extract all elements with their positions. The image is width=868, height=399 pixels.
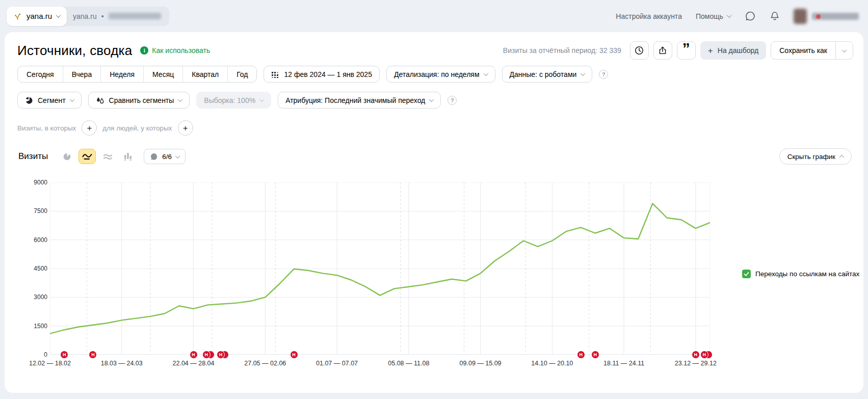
chart-type-line-button[interactable] — [78, 149, 96, 164]
date-range-button[interactable]: 12 фев 2024 — 1 янв 2025 — [264, 66, 379, 83]
note-marker[interactable]: Н — [577, 351, 585, 359]
detalization-dropdown[interactable]: Детализация: по неделям — [386, 66, 495, 83]
export-button[interactable] — [653, 41, 672, 60]
y-tick-label: 7500 — [34, 207, 47, 215]
compare-segments-dropdown[interactable]: Сравнить сегменты — [88, 92, 190, 109]
save-as-dropdown[interactable] — [835, 42, 853, 59]
help-question-icon[interactable] — [448, 96, 457, 105]
period-tab-5[interactable]: Год — [228, 66, 256, 82]
chevron-down-icon — [429, 97, 434, 102]
metric-label: Визиты — [18, 151, 48, 162]
chevron-down-icon — [483, 71, 488, 76]
redacted-username — [812, 13, 859, 20]
history-button[interactable] — [630, 41, 649, 60]
add-visit-condition-button[interactable] — [82, 120, 97, 136]
attribution-dropdown[interactable]: Атрибуция: Последний значимый переход — [278, 92, 441, 109]
visits-condition-label: Визиты, в которых — [17, 124, 76, 132]
add-to-dashboard-button[interactable]: На дашборд — [700, 41, 766, 60]
legend-item[interactable]: Переходы по ссылкам на сайтах — [742, 270, 859, 278]
note-marker[interactable]: Н — [89, 351, 97, 359]
hide-chart-button[interactable]: Скрыть график — [779, 148, 852, 165]
chevron-up-icon — [839, 154, 845, 159]
column-chart-icon — [123, 152, 133, 161]
data-robots-dropdown[interactable]: Данные: с роботами — [502, 66, 593, 83]
note-marker[interactable]: Н — [60, 351, 68, 359]
pie-segment-icon — [25, 96, 33, 104]
notifications-button[interactable] — [770, 11, 780, 22]
note-marker[interactable]: Н — [692, 351, 700, 359]
note-marker-letter: Н — [577, 351, 585, 359]
period-tab-1[interactable]: Вчера — [63, 66, 101, 82]
save-as-button[interactable]: Сохранить как — [771, 42, 835, 59]
user-menu[interactable] — [794, 9, 859, 24]
note-marker-letter: Н — [290, 351, 298, 359]
help-question-icon[interactable] — [599, 70, 608, 79]
feedback-chat-button[interactable] — [745, 11, 756, 22]
chart-type-columns-button[interactable] — [119, 149, 137, 164]
annotations-counter-button[interactable]: 6/6 — [144, 149, 186, 164]
segment-builder-row: Визиты, в которых для людей, у которых — [17, 120, 193, 136]
note-marker-letter: Н — [591, 351, 599, 359]
period-tab-4[interactable]: Квартал — [183, 66, 228, 82]
counter-switcher: yana.ru yana.ru • — [7, 7, 169, 26]
note-marker[interactable]: Н — [190, 351, 198, 359]
clock-icon — [634, 45, 644, 56]
note-marker[interactable]: Н — [591, 351, 599, 359]
counter-dropdown[interactable]: yana.ru — [7, 7, 67, 26]
note-marker[interactable]: Н — [290, 351, 298, 359]
info-icon — [140, 46, 148, 55]
help-label: Помощь — [696, 12, 723, 20]
sampling-dropdown[interactable]: Выборка: 100% — [196, 92, 271, 109]
y-tick-label: 3000 — [34, 294, 47, 301]
annotations-button[interactable]: ” — [677, 41, 696, 60]
segment-filter-row: Сегмент Сравнить сегменты Выборка: 100% … — [17, 92, 457, 109]
plus-icon — [183, 124, 188, 132]
note-marker-letter: Н — [202, 351, 211, 359]
period-tab-2[interactable]: Неделя — [101, 66, 144, 82]
y-tick-label: 6000 — [34, 236, 47, 244]
compare-segments-label: Сравнить сегменты — [109, 96, 174, 104]
hide-chart-label: Скрыть график — [787, 153, 835, 161]
checkmark-icon — [743, 271, 750, 277]
note-marker[interactable]: Н — [217, 351, 225, 359]
chevron-down-icon — [259, 97, 265, 102]
y-axis-labels: 0150030004500600075009000 — [5, 182, 47, 355]
counter-tab[interactable]: yana.ru • — [62, 7, 169, 26]
y-tick-label: 0 — [44, 351, 47, 358]
chevron-down-icon — [69, 97, 74, 102]
plus-icon — [708, 46, 713, 55]
bell-icon — [770, 11, 780, 22]
legend-label: Переходы по ссылкам на сайтах — [755, 270, 859, 278]
note-marker[interactable]: Н — [700, 351, 708, 359]
quotes-icon: ” — [682, 46, 690, 55]
account-settings-link[interactable]: Настройка аккаунта — [616, 12, 682, 20]
note-marker-letter: Н — [190, 351, 198, 359]
help-menu[interactable]: Помощь — [696, 12, 731, 20]
segment-dropdown[interactable]: Сегмент — [17, 92, 82, 109]
detalization-label: Детализация: по неделям — [394, 70, 480, 78]
sampling-label: Выборка: 100% — [204, 96, 255, 104]
note-marker-letter: Н — [89, 351, 97, 359]
x-tick-label: 23.12 — 29.12 — [675, 360, 717, 367]
header-actions: Визиты за отчётный период: 32 339 ” На д… — [503, 41, 853, 60]
x-tick-label: 09.09 — 15.09 — [460, 360, 502, 367]
plus-icon — [87, 124, 92, 132]
people-condition-label: для людей, у которых — [102, 124, 172, 132]
note-marker-letter: Н — [60, 351, 68, 359]
y-tick-label: 4500 — [34, 265, 47, 272]
chart-type-pie-button[interactable] — [58, 149, 75, 164]
how-to-use-link[interactable]: Как использовать — [140, 46, 210, 55]
note-marker[interactable]: Н — [202, 351, 211, 359]
visits-line-chart — [50, 182, 710, 355]
period-tab-3[interactable]: Месяц — [144, 66, 183, 82]
save-as-split-button: Сохранить как — [771, 41, 853, 60]
chevron-down-icon — [581, 71, 586, 76]
period-tab-0[interactable]: Сегодня — [18, 66, 63, 82]
note-marker-letter: Н — [217, 351, 225, 359]
add-people-condition-button[interactable] — [178, 120, 193, 136]
attribution-label: Атрибуция: Последний значимый переход — [285, 96, 425, 104]
chart-type-area-button[interactable] — [99, 149, 116, 164]
add-to-dashboard-label: На дашборд — [718, 46, 758, 55]
export-icon — [657, 45, 668, 56]
date-range-label: 12 фев 2024 — 1 янв 2025 — [284, 70, 372, 78]
